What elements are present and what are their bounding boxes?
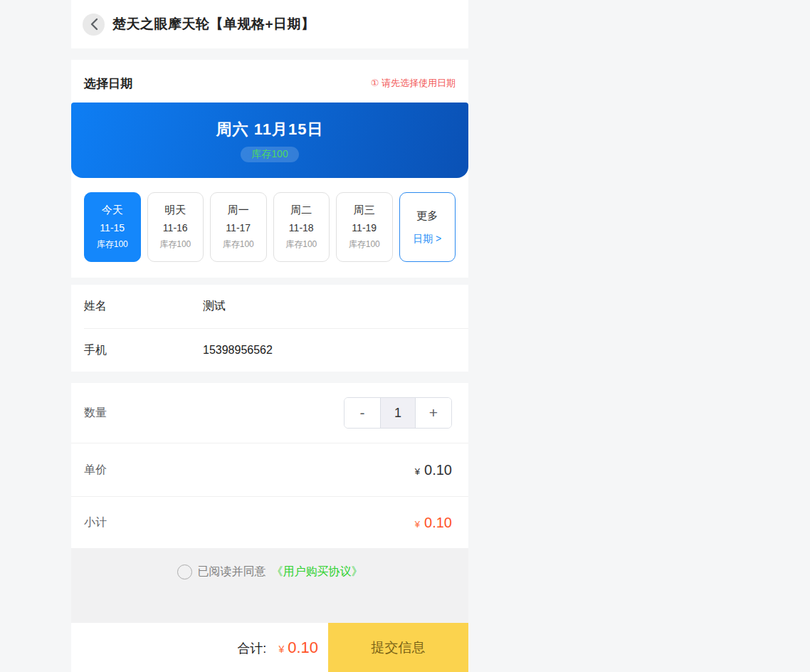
unit-price-amount: 0.10: [424, 462, 452, 478]
agreement-radio[interactable]: [177, 565, 192, 579]
name-row: 姓名 测试: [71, 285, 468, 328]
name-label: 姓名: [84, 299, 203, 314]
chip-date-label: 11-16: [163, 222, 188, 233]
banner-date-text: 周六 11月15日: [216, 119, 324, 140]
date-chip-more[interactable]: 更多 日期 >: [399, 192, 456, 262]
date-chip-monday[interactable]: 周一 11-17 库存100: [210, 192, 267, 262]
unit-price-row: 单价 ¥ 0.10: [71, 443, 468, 496]
total-label: 合计:: [237, 640, 266, 657]
chip-stock-label: 库存100: [159, 238, 191, 251]
quantity-stepper: - 1 +: [344, 397, 452, 429]
chip-date-label: 11-15: [100, 222, 125, 233]
subtotal-row: 小计 ¥ 0.10: [71, 496, 468, 548]
total-group: 合计: ¥ 0.10: [237, 639, 318, 657]
section-divider: [71, 48, 468, 60]
order-card: 数量 - 1 + 单价 ¥ 0.10 小计 ¥ 0.10: [71, 383, 468, 548]
quantity-row: 数量 - 1 +: [71, 383, 468, 443]
date-chip-today[interactable]: 今天 11-15 库存100: [84, 192, 141, 262]
date-chip-tomorrow[interactable]: 明天 11-16 库存100: [147, 192, 204, 262]
date-warning-text: ① 请先选择使用日期: [371, 77, 456, 90]
chip-more-label: 更多: [416, 209, 438, 223]
back-button[interactable]: [83, 14, 105, 36]
chip-date-label: 11-18: [289, 222, 314, 233]
page-header: 楚天之眼摩天轮【单规格+日期】: [71, 0, 468, 48]
section-divider: [71, 278, 468, 285]
date-section-title: 选择日期: [84, 75, 132, 92]
banner-stock-badge: 库存100: [241, 147, 298, 162]
subtotal-value: ¥ 0.10: [415, 515, 452, 531]
name-value[interactable]: 测试: [203, 299, 226, 314]
unit-price-value: ¥ 0.10: [415, 462, 452, 478]
chip-date-label: 11-17: [226, 222, 251, 233]
chip-stock-label: 库存100: [97, 238, 128, 251]
chevron-left-icon: [90, 18, 98, 31]
bottom-bar: 合计: ¥ 0.10 提交信息: [71, 623, 468, 672]
chip-stock-label: 库存100: [223, 238, 254, 251]
chip-day-label: 今天: [102, 204, 123, 217]
chip-stock-label: 库存100: [285, 238, 317, 251]
date-chip-tuesday[interactable]: 周二 11-18 库存100: [273, 192, 330, 262]
quantity-minus-button[interactable]: -: [344, 398, 380, 428]
phone-value[interactable]: 15398956562: [203, 344, 273, 357]
agreement-section: 已阅读并同意 《用户购买协议》: [71, 548, 468, 623]
date-section-header: 选择日期 ① 请先选择使用日期: [71, 60, 468, 103]
chip-day-label: 周一: [228, 204, 249, 217]
phone-row: 手机 15398956562: [84, 328, 468, 372]
phone-label: 手机: [84, 343, 203, 358]
quantity-plus-button[interactable]: +: [416, 398, 451, 428]
chip-more-date-link: 日期 >: [413, 233, 441, 246]
agreement-text: 已阅读并同意: [198, 565, 266, 579]
unit-price-label: 单价: [84, 463, 107, 478]
purchase-agreement-link[interactable]: 《用户购买协议》: [272, 565, 363, 579]
date-selection-card: 选择日期 ① 请先选择使用日期 周六 11月15日 库存100 今天 11-15…: [71, 60, 468, 278]
chip-day-label: 周二: [290, 204, 312, 217]
chip-date-label: 11-19: [352, 222, 377, 233]
contact-card: 姓名 测试 手机 15398956562: [71, 285, 468, 372]
chip-day-label: 周三: [354, 204, 375, 217]
quantity-label: 数量: [84, 406, 107, 421]
chip-day-label: 明天: [164, 204, 186, 217]
currency-symbol: ¥: [415, 466, 420, 477]
agreement-line: 已阅读并同意 《用户购买协议》: [177, 565, 363, 579]
quantity-value[interactable]: 1: [380, 398, 416, 428]
subtotal-amount: 0.10: [424, 515, 452, 531]
date-chip-wednesday[interactable]: 周三 11-19 库存100: [336, 192, 393, 262]
page-title: 楚天之眼摩天轮【单规格+日期】: [112, 15, 315, 33]
date-chip-list: 今天 11-15 库存100 明天 11-16 库存100 周一 11-17 库…: [71, 178, 468, 278]
section-divider: [71, 372, 468, 383]
total-amount: 0.10: [288, 639, 318, 657]
chip-stock-label: 库存100: [349, 238, 380, 251]
currency-symbol: ¥: [278, 644, 284, 655]
currency-symbol: ¥: [415, 519, 420, 530]
selected-date-banner[interactable]: 周六 11月15日 库存100: [71, 103, 468, 178]
mobile-page: 楚天之眼摩天轮【单规格+日期】 选择日期 ① 请先选择使用日期 周六 11月15…: [71, 0, 468, 672]
subtotal-label: 小计: [84, 515, 107, 530]
submit-button[interactable]: 提交信息: [328, 623, 468, 672]
